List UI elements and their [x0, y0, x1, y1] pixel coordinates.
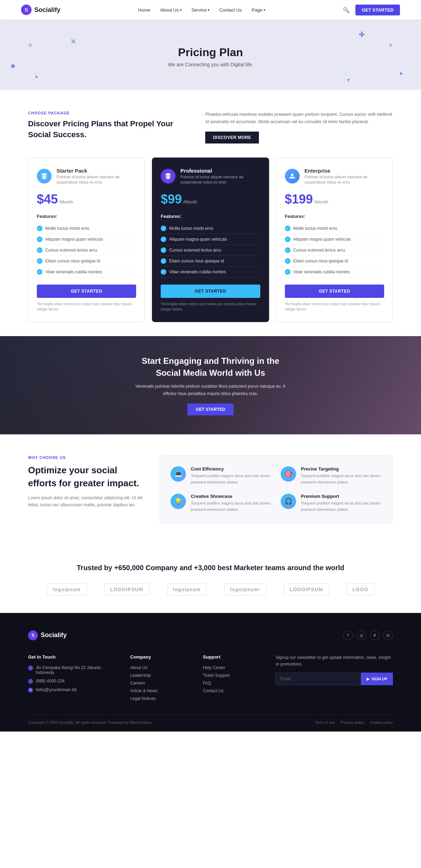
hero-subtitle: We are Connecting you with Digital life.	[168, 62, 253, 67]
discover-more-button[interactable]: DISCOVER MORE	[205, 132, 259, 143]
newsletter-signup-button[interactable]: ▶ SIGN UP	[361, 673, 393, 685]
footer-faq[interactable]: FAQ	[203, 681, 261, 686]
professional-price: $99 /Month	[161, 192, 260, 207]
professional-feature-2: ✓Aliquam magna quam vehicula	[161, 234, 260, 245]
footer-logo-icon: S	[28, 630, 38, 640]
precise-targeting-title: Precise Targeting	[301, 466, 382, 472]
professional-subtitle: Pulvinar id luctus aliquet nascetur ad s…	[180, 174, 260, 185]
check-icon: ✓	[285, 258, 290, 264]
check-icon: ✓	[285, 269, 290, 275]
email-icon: ✉	[28, 688, 33, 693]
enterprise-amount: $199	[285, 192, 313, 206]
nav-page[interactable]: Page ▾	[252, 7, 265, 13]
footer-contact[interactable]: Contact Us	[203, 688, 261, 693]
hero-section: ◆ ▴ ✚ ▸ ▼ Pricing Plan We are Connecting…	[0, 20, 421, 90]
nav-home[interactable]: Home	[138, 7, 151, 13]
enterprise-period: /Month	[314, 199, 328, 205]
check-icon: ✓	[161, 247, 166, 253]
enterprise-card-header: Enterprise Pulvinar id luctus aliquet na…	[285, 168, 384, 185]
facebook-icon[interactable]: f	[343, 630, 353, 640]
check-icon: ✓	[37, 226, 42, 231]
instagram-icon[interactable]: ◎	[356, 630, 366, 640]
starter-feature-5: ✓Vitae venenatis cubilia montes	[37, 267, 136, 278]
professional-icon	[161, 169, 175, 183]
twitter-icon[interactable]: ✗	[370, 630, 380, 640]
service-chevron: ▾	[208, 8, 209, 12]
check-icon: ✓	[285, 247, 290, 253]
footer-article-news[interactable]: Article & News	[130, 688, 189, 693]
footer-ticket[interactable]: Ticket Support	[203, 673, 261, 678]
footer-logo[interactable]: S Socialify	[28, 630, 67, 640]
starter-feature-3: ✓Cursus euismod lectus arcu	[37, 245, 136, 256]
starter-cta-button[interactable]: GET STARTED	[37, 285, 136, 298]
deco-tri-1: ▴	[35, 73, 38, 79]
logo-6: LOGO	[347, 583, 374, 595]
nav-service[interactable]: Service ▾	[192, 7, 209, 13]
pricing-info-section: CHOOSE PACKAGE Discover Pricing Plans th…	[0, 90, 421, 143]
signup-icon: ▶	[367, 677, 369, 681]
newsletter-form: ▶ SIGN UP	[275, 673, 393, 685]
check-icon: ✓	[161, 236, 166, 242]
starter-icon	[37, 169, 52, 183]
check-icon: ✓	[161, 226, 166, 231]
nav-cta-button[interactable]: GET STARTED	[355, 5, 400, 15]
privacy-link[interactable]: Privacy policy	[341, 720, 364, 725]
logo-icon: S	[21, 5, 32, 15]
check-icon: ✓	[37, 258, 42, 264]
pricing-info-right: Phaetra vehicula maximus sodales praesen…	[205, 111, 393, 143]
footer-help[interactable]: Help Center	[203, 665, 261, 670]
starter-feature-1: ✓Mollis luctus morbi eros	[37, 223, 136, 234]
starter-features-label: Features:	[37, 214, 136, 219]
professional-feature-3: ✓Cursus euismod lectus arcu	[161, 245, 260, 256]
cookie-link[interactable]: Cookie policy	[370, 720, 393, 725]
starter-feature-4: ✓Etiam cursus risus quisque id	[37, 256, 136, 267]
page-chevron: ▾	[263, 8, 265, 12]
why-choose-section: WHY CHOOSE US Optimize your social effor…	[0, 434, 421, 545]
footer-col-company: Company About Us Leadership Careers Arti…	[130, 654, 189, 704]
newsletter-email-input[interactable]	[275, 673, 361, 685]
deco-tri-3: ▼	[346, 77, 351, 83]
footer-socials: f ◎ ✗ in	[343, 630, 393, 640]
footer-top: S Socialify f ◎ ✗ in	[28, 630, 393, 640]
brand-name: Socialify	[34, 6, 60, 14]
enterprise-feature-3: ✓Cursus euismod lectus arcu	[285, 245, 384, 256]
starter-note: *At fringilla etiam metus mus nullam per…	[37, 301, 136, 312]
footer-bottom: Copyright © 2024 Socialify. All rights r…	[28, 714, 393, 725]
starter-period: /Month	[59, 199, 73, 205]
deco-plus-2	[388, 41, 393, 50]
cta-button[interactable]: GET STARTED	[187, 403, 234, 415]
footer-legal[interactable]: Legal Notices	[130, 696, 189, 701]
newsletter-desc: Signup our newsletter to get update info…	[275, 654, 393, 668]
footer-careers[interactable]: Careers	[130, 681, 189, 686]
check-icon: ✓	[285, 226, 290, 231]
professional-feature-4: ✓Etiam cursus risus quisque id	[161, 256, 260, 267]
hero-title: Pricing Plan	[178, 46, 243, 59]
nav-contact[interactable]: Contact Us	[219, 7, 242, 13]
footer-leadership[interactable]: Leadership	[130, 673, 189, 678]
creative-showcase-title: Creative Showcase	[191, 494, 272, 499]
trusted-section: Trusted by +650,000 Company and +3,000 b…	[0, 545, 421, 613]
enterprise-cta-button[interactable]: GET STARTED	[285, 285, 384, 298]
starter-feature-2: ✓Aliquam magna quam vehicula	[37, 234, 136, 245]
footer-col-support: Support Help Center Ticket Support FAQ C…	[203, 654, 261, 704]
footer-about[interactable]: About Us	[130, 665, 189, 670]
pricing-info-left: CHOOSE PACKAGE Discover Pricing Plans th…	[28, 111, 184, 140]
professional-cta-button[interactable]: GET STARTED	[161, 285, 260, 298]
enterprise-feature-1: ✓Mollis luctus morbi eros	[285, 223, 384, 234]
cta-banner-section: Start Engaging and Thriving in the Socia…	[0, 336, 421, 434]
footer-phone: 📞 (888) 4000-234	[28, 679, 116, 684]
why-item-cost: 💻 Cost Efficiency Torquent porttitor mag…	[171, 466, 272, 485]
linkedin-icon[interactable]: in	[383, 630, 393, 640]
footer-col-newsletter: Signup our newsletter to get update info…	[275, 654, 393, 704]
starter-subtitle: Pulvinar id luctus aliquet nascetur ad s…	[56, 174, 136, 185]
cost-efficiency-desc: Torquent porttitor magnis lacus duis hac…	[191, 473, 272, 485]
terms-link[interactable]: Term of use	[315, 720, 335, 725]
professional-feature-1: ✓Mollis luctus morbi eros	[161, 223, 260, 234]
nav-about[interactable]: About Us ▾	[160, 7, 181, 13]
brand-logo[interactable]: S Socialify	[21, 5, 60, 15]
enterprise-note: *At fringilla etiam metus mus nullam per…	[285, 301, 384, 312]
search-icon[interactable]: 🔍	[343, 7, 350, 13]
cta-heading: Start Engaging and Thriving in the Socia…	[133, 355, 288, 379]
check-icon: ✓	[161, 269, 166, 275]
precise-targeting-icon: 🎯	[281, 466, 296, 482]
